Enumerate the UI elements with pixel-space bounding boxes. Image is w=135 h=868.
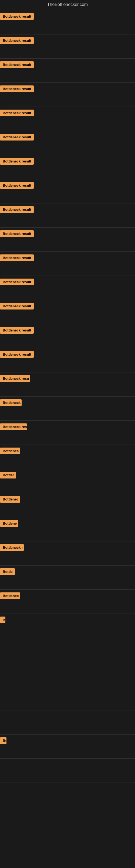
bottleneck-badge[interactable]: Bottleneck bbox=[0, 399, 21, 406]
list-item: Bottleneck result bbox=[0, 34, 135, 58]
bottleneck-badge[interactable]: B bbox=[0, 617, 5, 623]
list-item bbox=[0, 710, 135, 734]
list-item bbox=[0, 759, 135, 782]
list-item: Bottleneck result bbox=[0, 252, 135, 276]
list-item bbox=[0, 686, 135, 710]
bottleneck-badge[interactable]: Bottleneck result bbox=[0, 279, 34, 285]
list-item bbox=[0, 831, 135, 855]
bottleneck-badge[interactable]: Bottleneck res bbox=[0, 424, 27, 430]
bottleneck-badge[interactable]: Bottleneck result bbox=[0, 182, 34, 189]
bottleneck-badge[interactable]: Bottleneck result bbox=[0, 13, 34, 20]
bottleneck-badge[interactable]: Bottleneck result bbox=[0, 351, 34, 358]
bottleneck-badge[interactable]: Bottleneck result bbox=[0, 303, 34, 310]
list-item: Bottleneck result bbox=[0, 179, 135, 203]
list-item: Bottle bbox=[0, 565, 135, 589]
bottleneck-badge[interactable]: Bottleneck result bbox=[0, 327, 34, 334]
list-item: Bottleneck result bbox=[0, 324, 135, 348]
list-item: Bottleneck result bbox=[0, 131, 135, 155]
list-item: Bottleneck bbox=[0, 397, 135, 421]
list-item bbox=[0, 638, 135, 662]
bottleneck-badge[interactable]: Bottleneck resu bbox=[0, 375, 30, 382]
list-item: Bottleneck result bbox=[0, 276, 135, 300]
list-item: Bottleneck result bbox=[0, 10, 135, 34]
list-item: Bottlenec bbox=[0, 493, 135, 517]
list-item bbox=[0, 783, 135, 807]
bottleneck-badge[interactable]: Bottleneck result bbox=[0, 110, 34, 116]
list-item bbox=[0, 662, 135, 686]
bottleneck-badge[interactable]: Bo bbox=[0, 737, 6, 744]
list-item: Bottleneck resu bbox=[0, 372, 135, 396]
list-item: Bottleneck result bbox=[0, 300, 135, 324]
list-item: Bottleneck result bbox=[0, 83, 135, 106]
list-item: Bottleneck result bbox=[0, 155, 135, 179]
bottleneck-badge[interactable]: Bottleneck result bbox=[0, 230, 34, 237]
list-item: Bottleneck res bbox=[0, 421, 135, 444]
list-item: Bo bbox=[0, 735, 135, 758]
bottleneck-badge[interactable]: Bottlenec bbox=[0, 496, 20, 503]
bottleneck-badge[interactable]: Bottleneck result bbox=[0, 158, 34, 165]
list-item: Bottlenec bbox=[0, 590, 135, 614]
bottleneck-badge[interactable]: Bottlene bbox=[0, 520, 18, 527]
list-item: Bottleneck result bbox=[0, 348, 135, 372]
list-item: Bottlene bbox=[0, 517, 135, 541]
list-item bbox=[0, 807, 135, 831]
bottleneck-badge[interactable]: Bottleneck result bbox=[0, 86, 34, 92]
list-item: Bottleneck result bbox=[0, 59, 135, 83]
bottleneck-badge[interactable]: Bottleneck result bbox=[0, 134, 34, 141]
list-item: Bottleneck result bbox=[0, 204, 135, 227]
bottleneck-badge[interactable]: Bottler bbox=[0, 472, 16, 478]
bottleneck-badge[interactable]: Bottleneck result bbox=[0, 254, 34, 261]
bottleneck-badge[interactable]: Bottleneck result bbox=[0, 37, 34, 44]
list-item: Bottleneck result bbox=[0, 107, 135, 131]
bottleneck-badge[interactable]: Bottlenec bbox=[0, 447, 20, 454]
site-title-container: TheBottlenecker.com bbox=[0, 0, 135, 10]
bottleneck-badge[interactable]: Bottleneck r bbox=[0, 544, 24, 551]
list-item: Bottleneck r bbox=[0, 541, 135, 565]
list-item bbox=[0, 855, 135, 868]
bottleneck-badge[interactable]: Bottleneck result bbox=[0, 206, 34, 213]
list-item: Bottler bbox=[0, 469, 135, 493]
list-item: B bbox=[0, 614, 135, 638]
bottleneck-badge[interactable]: Bottleneck result bbox=[0, 61, 34, 68]
bottleneck-badge[interactable]: Bottlenec bbox=[0, 592, 20, 599]
list-item: Bottlenec bbox=[0, 445, 135, 469]
bottleneck-badge[interactable]: Bottle bbox=[0, 568, 15, 575]
site-title: TheBottlenecker.com bbox=[0, 0, 135, 10]
items-container: Bottleneck resultBottleneck resultBottle… bbox=[0, 10, 135, 868]
list-item: Bottleneck result bbox=[0, 227, 135, 251]
